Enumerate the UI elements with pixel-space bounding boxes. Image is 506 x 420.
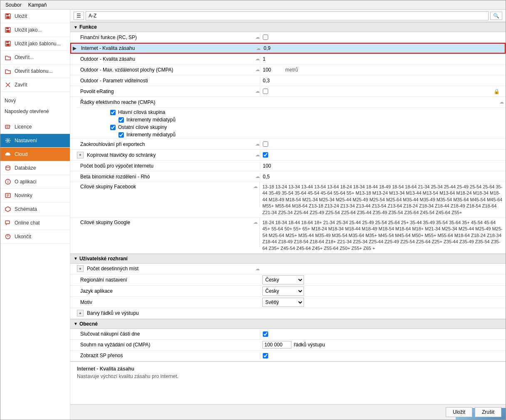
- svg-rect-7: [6, 41, 9, 43]
- sidebar-label-ulozit: Uložit: [15, 13, 27, 19]
- section-uzivatelske[interactable]: ▼ Uživatelské rozhraní: [70, 254, 506, 264]
- lock-icon-erating: 🔒: [494, 89, 500, 94]
- checkbox-inkrementy1[interactable]: [118, 117, 124, 123]
- value-input-souhrn[interactable]: [262, 341, 291, 348]
- sidebar-label-online-chat: Online chat: [15, 220, 40, 226]
- close-icon: [5, 82, 11, 88]
- menu-soubor[interactable]: Soubor: [2, 1, 25, 9]
- section-uzivatelske-label: Uživatelské rozhraní: [79, 256, 128, 262]
- sidebar-item-ukoncit[interactable]: Ukončit: [0, 230, 70, 244]
- value-input-outdoor-param[interactable]: [263, 78, 284, 84]
- sidebar-item-novinky[interactable]: Novinky: [0, 189, 70, 203]
- sidebar-label-o-aplikaci: O aplikaci: [15, 179, 37, 185]
- section-funkce[interactable]: ▼ Funkce: [70, 22, 506, 32]
- value-facebook: 13-18 13-24 13-34 13-44 13-54 13-64 18-2…: [260, 182, 506, 217]
- value-input-outdoor-max[interactable]: [263, 67, 284, 73]
- row-label-erating: Povolit eRating ☁: [77, 87, 260, 96]
- value-input-pocet-bodu[interactable]: [263, 163, 288, 169]
- menu-kampan[interactable]: Kampaň: [25, 1, 50, 9]
- sidebar-item-ulozit-jako[interactable]: Uložit jako...: [0, 23, 70, 37]
- sidebar-item-licence[interactable]: Licence: [0, 120, 70, 134]
- search-input[interactable]: [86, 11, 489, 20]
- cloud-icon-erating: ☁: [255, 89, 260, 94]
- label-inkrementy2: Inkrementy médiatypů: [126, 132, 175, 138]
- sidebar-item-schemata[interactable]: Schémata: [0, 203, 70, 216]
- row-pocet-des: + Počet desetinných míst ☁: [70, 264, 506, 274]
- row-outdoor-max: Outdoor - Max. vzdálenost plochy (CMPA) …: [70, 64, 506, 75]
- schema-icon: [5, 206, 11, 212]
- section-obecne[interactable]: ▼ Obecné: [70, 319, 506, 329]
- row-label-slucovat: Slučovat nákupní části dne: [77, 330, 260, 338]
- row-arrow-internet: ▶: [71, 45, 78, 51]
- checkbox-inkrementy2[interactable]: [118, 132, 124, 138]
- row-label-motiv: Motiv: [77, 298, 260, 306]
- sidebar-label-nastaveni: Nastavení: [15, 138, 37, 143]
- sidebar-item-o-aplikaci[interactable]: i O aplikaci: [0, 175, 70, 189]
- row-facebook: Cílové skupiny Facebook ☁ 13-18 13-24 13…: [70, 182, 506, 218]
- save-button[interactable]: Uložit: [446, 407, 472, 417]
- row-value-outdoor-param: [260, 77, 293, 84]
- cloud-icon-facebook: ☁: [253, 184, 258, 189]
- row-souhrn: Souhrn na vyžádání od (CMPA) řádků výstu…: [70, 340, 506, 351]
- section-collapse-icon: ▼: [74, 25, 78, 30]
- row-financni: Finanční funkce (RC, SP) ☁: [70, 32, 506, 43]
- sidebar-label-ukoncit: Ukončit: [15, 234, 31, 240]
- checkbox-slucovat-input[interactable]: [263, 331, 268, 337]
- sidebar-label-ulozit-jako: Uložit jako...: [15, 27, 42, 33]
- sidebar-label-novinky: Novinky: [15, 193, 32, 198]
- row-value-regionalni: Česky: [260, 274, 306, 285]
- settings-content[interactable]: ▼ Funkce Finanční funkce (RC, SP) ☁: [70, 22, 506, 404]
- sidebar-item-nastaveni[interactable]: Nastavení: [0, 134, 70, 148]
- checkbox-erating-input[interactable]: [263, 89, 268, 94]
- svg-rect-4: [6, 27, 9, 29]
- sidebar-item-otevrit[interactable]: Otevřít...: [0, 51, 70, 64]
- menu-bar: Soubor Kampaň: [0, 0, 506, 10]
- sidebar-section-novy: Nový: [0, 95, 70, 106]
- svg-rect-1: [6, 14, 9, 15]
- checkbox-sp-prenos-input[interactable]: [263, 353, 268, 358]
- value-input-outdoor-kvalita[interactable]: [263, 56, 284, 62]
- row-sp-prenos: Zobrazit SP přenos: [70, 351, 506, 361]
- row-value-jazyk: Česky: [260, 286, 306, 296]
- sidebar-label-otevrit: Otevřít...: [15, 54, 34, 60]
- row-jazyk: Jazyk aplikace Česky: [70, 286, 506, 297]
- select-motiv[interactable]: Světlý: [262, 298, 304, 307]
- value-input-beta[interactable]: [263, 174, 288, 180]
- checkbox-kopirovat-input[interactable]: [263, 152, 268, 158]
- cancel-button[interactable]: Zrušit: [475, 407, 501, 417]
- expand-kopirovat-btn[interactable]: +: [77, 152, 84, 158]
- checkbox-ostatni[interactable]: [110, 125, 116, 130]
- expand-pocet-des-btn[interactable]: +: [77, 265, 84, 272]
- sidebar-item-databaze[interactable]: Databáze: [0, 161, 70, 175]
- value-input-internet[interactable]: [264, 45, 284, 51]
- cloud-icon-pocet-des: ☁: [255, 266, 260, 272]
- sidebar-item-zavrit[interactable]: Zavřít: [0, 78, 70, 92]
- row-value-motiv: Světlý: [260, 297, 306, 308]
- search-button[interactable]: 🔍: [490, 12, 502, 20]
- expand-barvy-btn[interactable]: +: [77, 310, 84, 316]
- section-uziv-collapse-icon: ▼: [74, 256, 78, 261]
- section-funkce-label: Funkce: [79, 24, 97, 30]
- row-zaokrouhlovani: Zaokrouhlování při exportech ☁: [70, 139, 506, 150]
- license-icon: [5, 124, 11, 130]
- label-ostatni: Ostatní cílové skupiny: [118, 124, 167, 130]
- label-inkrementy1: Inkrementy médiatypů: [126, 117, 175, 123]
- info-desc: Nastavuje výchozí kvalitu zásahu pro int…: [77, 373, 499, 379]
- sidebar-item-ulozit-sablonu[interactable]: Uložit jako šablonu...: [0, 37, 70, 51]
- checkbox-zaokrouhlovani: [260, 141, 293, 148]
- row-label-sp-prenos: Zobrazit SP přenos: [77, 351, 260, 360]
- list-view-button[interactable]: ☰: [74, 12, 84, 20]
- select-regionalni[interactable]: Česky: [262, 275, 304, 284]
- select-jazyk[interactable]: Česky: [262, 287, 304, 296]
- checkbox-financni-input[interactable]: [263, 35, 268, 40]
- row-label-outdoor-param: Outdoor - Parametr viditelnosti: [77, 77, 260, 85]
- news-icon: [5, 192, 11, 199]
- row-motiv: Motiv Světlý: [70, 297, 506, 308]
- sidebar-item-ulozit[interactable]: Uložit: [0, 10, 70, 23]
- sidebar-item-otevrit-sablonu[interactable]: Otevřít šablonu...: [0, 64, 70, 78]
- settings-icon: [5, 137, 11, 144]
- checkbox-zaokrouhlovani-input[interactable]: [263, 141, 268, 147]
- sidebar-item-online-chat[interactable]: Online chat: [0, 216, 70, 230]
- checkbox-hlavni[interactable]: [110, 110, 116, 115]
- sidebar-item-cloud[interactable]: Cloud: [0, 148, 70, 161]
